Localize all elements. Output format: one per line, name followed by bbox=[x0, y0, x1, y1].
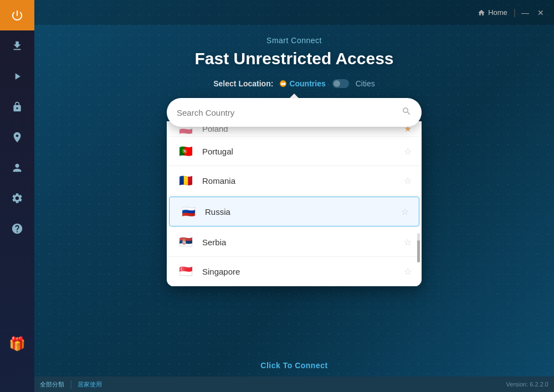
portugal-flag: 🇵🇹 bbox=[177, 142, 194, 160]
singapore-name: Singapore bbox=[202, 267, 404, 276]
titlebar: Home | — ✕ bbox=[34, 0, 554, 25]
singapore-star[interactable]: ☆ bbox=[404, 266, 412, 277]
download-nav-icon[interactable] bbox=[0, 30, 34, 61]
country-item-serbia[interactable]: 🇷🇸 Serbia ☆ bbox=[167, 228, 422, 257]
smart-connect-label: Smart Connect bbox=[266, 36, 322, 45]
home-icon bbox=[478, 9, 485, 17]
power-icon bbox=[11, 9, 24, 22]
search-icon bbox=[402, 106, 412, 118]
close-button[interactable]: ✕ bbox=[533, 5, 548, 20]
portugal-star[interactable]: ☆ bbox=[404, 146, 412, 157]
connect-button[interactable]: Click To Connect bbox=[260, 361, 327, 370]
countries-radio-label: Countries bbox=[289, 79, 325, 88]
home-button[interactable]: Home bbox=[473, 6, 512, 19]
location-toggle[interactable] bbox=[332, 79, 349, 88]
serbia-name: Serbia bbox=[202, 238, 404, 247]
country-dropdown-wrapper: 🇵🇱 Poland ★ 🇵🇹 Portugal ☆ 🇷🇴 Romania ☆ bbox=[167, 98, 422, 127]
romania-star[interactable]: ☆ bbox=[404, 176, 412, 186]
singapore-flag: 🇸🇬 bbox=[177, 262, 194, 280]
lock-nav-icon[interactable] bbox=[0, 91, 34, 122]
user-nav-icon[interactable] bbox=[0, 152, 34, 183]
play-nav-icon[interactable] bbox=[0, 61, 34, 91]
country-item-singapore[interactable]: 🇸🇬 Singapore ☆ bbox=[167, 257, 422, 286]
main-title: Fast Unrestricted Access bbox=[194, 49, 393, 68]
scroll-bar[interactable] bbox=[417, 233, 420, 251]
romania-flag: 🇷🇴 bbox=[177, 172, 194, 189]
main-content: Home | — ✕ Smart Connect Fast Unrestrict… bbox=[34, 0, 554, 392]
select-location-row: Select Location: Countries Cities bbox=[213, 79, 375, 88]
search-input[interactable] bbox=[177, 108, 402, 117]
help-nav-icon[interactable] bbox=[0, 213, 34, 244]
ip-nav-icon[interactable] bbox=[0, 122, 34, 152]
search-box[interactable] bbox=[167, 98, 422, 127]
power-button[interactable] bbox=[0, 0, 34, 30]
russia-name: Russia bbox=[205, 207, 401, 216]
home-label: Home bbox=[488, 8, 507, 17]
russia-flag: 🇷🇺 bbox=[179, 203, 197, 220]
minimize-button[interactable]: — bbox=[517, 5, 533, 20]
countries-radio[interactable]: Countries bbox=[280, 79, 325, 88]
portugal-name: Portugal bbox=[202, 147, 404, 156]
country-item-russia[interactable]: 🇷🇺 Russia ☆ bbox=[169, 197, 419, 226]
romania-name: Romania bbox=[202, 176, 404, 185]
russia-star[interactable]: ☆ bbox=[401, 207, 409, 217]
serbia-star[interactable]: ☆ bbox=[404, 237, 412, 247]
serbia-flag: 🇷🇸 bbox=[177, 233, 194, 251]
cities-radio-label: Cities bbox=[356, 79, 375, 88]
select-location-label: Select Location: bbox=[213, 79, 273, 88]
sidebar: 🎁 bbox=[0, 0, 34, 392]
countries-radio-dot bbox=[280, 80, 286, 87]
country-list: 🇵🇱 Poland ★ 🇵🇹 Portugal ☆ 🇷🇴 Romania ☆ bbox=[167, 121, 422, 286]
page-content: Smart Connect Fast Unrestricted Access S… bbox=[34, 25, 554, 392]
titlebar-separator: | bbox=[514, 8, 516, 18]
country-item-romania[interactable]: 🇷🇴 Romania ☆ bbox=[167, 166, 422, 195]
settings-nav-icon[interactable] bbox=[0, 183, 34, 213]
gift-nav-icon[interactable]: 🎁 bbox=[0, 328, 34, 359]
country-item-portugal[interactable]: 🇵🇹 Portugal ☆ bbox=[167, 137, 422, 166]
